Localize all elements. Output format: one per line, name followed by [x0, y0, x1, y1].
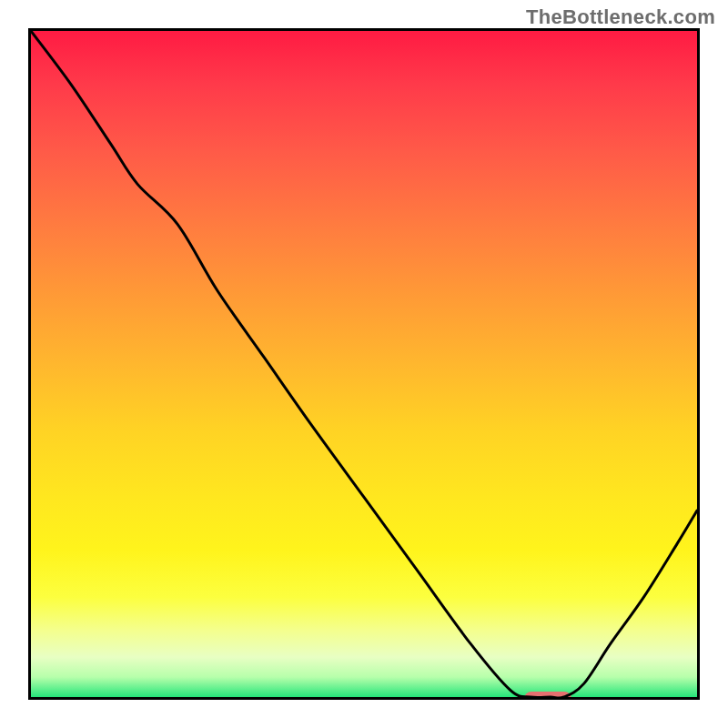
chart-curve-svg [31, 31, 697, 697]
chart-plot-area [28, 28, 700, 700]
watermark-text: TheBottleneck.com [526, 5, 715, 29]
bottleneck-curve-path [31, 31, 697, 697]
